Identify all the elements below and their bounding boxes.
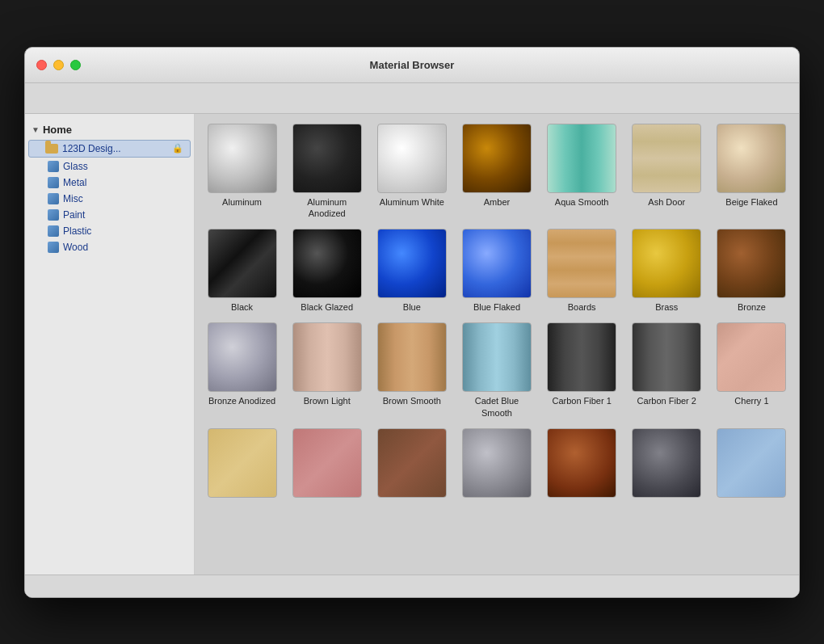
material-cell[interactable]: [456, 425, 537, 504]
material-cell[interactable]: Brown Smooth: [371, 319, 452, 422]
material-thumbnail: [632, 229, 701, 298]
sidebar-item-glass[interactable]: Glass: [25, 158, 194, 175]
material-cell[interactable]: [626, 425, 708, 504]
material-thumbnail: [377, 428, 447, 498]
main-window: Material Browser ▼ Home 123D Desig... 🔒 …: [24, 47, 800, 598]
material-cell[interactable]: [541, 425, 623, 504]
sidebar-home-label: Home: [43, 124, 72, 136]
material-icon: [48, 193, 59, 204]
material-thumbnail: [292, 124, 362, 193]
material-thumbnail: [717, 124, 786, 193]
window-controls: [36, 60, 81, 70]
sidebar-item-plastic[interactable]: Plastic: [25, 223, 194, 239]
lock-icon: 🔒: [172, 143, 183, 154]
material-thumbnail: [632, 322, 701, 392]
material-label: Black: [231, 301, 253, 313]
material-cell[interactable]: Carbon Fiber 2: [626, 319, 708, 422]
material-label: Cherry 1: [734, 395, 768, 406]
material-cell[interactable]: Ash Door: [626, 120, 708, 223]
material-label: Carbon Fiber 1: [552, 395, 611, 406]
chevron-icon: ▼: [32, 125, 40, 134]
material-cell[interactable]: Cherry 1: [711, 319, 792, 422]
sidebar-item-label: Wood: [63, 242, 88, 253]
material-thumbnail: [547, 428, 616, 498]
material-label: Blue Flaked: [473, 301, 520, 313]
sidebar-folder-123d[interactable]: 123D Desig... 🔒: [28, 140, 191, 158]
material-thumbnail: [547, 322, 616, 392]
sidebar-item-metal[interactable]: Metal: [25, 175, 194, 191]
material-thumbnail: [717, 322, 786, 392]
material-label: Bronze Anodized: [208, 395, 275, 406]
material-cell[interactable]: [711, 425, 792, 504]
window-title: Material Browser: [370, 59, 455, 71]
material-label: Aluminum White: [380, 196, 444, 208]
material-label: Aqua Smooth: [555, 196, 609, 208]
material-icon: [48, 225, 59, 237]
material-cell[interactable]: Blue: [371, 225, 452, 316]
main-area: AluminumAluminum AnodizedAluminum WhiteA…: [195, 114, 799, 575]
material-thumbnail: [717, 229, 786, 298]
material-cell[interactable]: Black: [201, 225, 283, 316]
material-cell[interactable]: Brass: [626, 225, 708, 316]
materials-scroll[interactable]: AluminumAluminum AnodizedAluminum WhiteA…: [195, 114, 799, 575]
content-area: ▼ Home 123D Desig... 🔒 Glass Metal Misc: [25, 114, 799, 575]
status-bar: [25, 575, 799, 597]
material-thumbnail: [717, 428, 786, 498]
material-thumbnail: [377, 124, 447, 193]
material-label: Brass: [655, 301, 678, 313]
material-cell[interactable]: Blue Flaked: [456, 225, 537, 316]
sidebar-item-misc[interactable]: Misc: [25, 191, 194, 207]
minimize-button[interactable]: [53, 60, 64, 70]
material-cell[interactable]: Cadet Blue Smooth: [456, 319, 537, 422]
sidebar-item-wood[interactable]: Wood: [25, 239, 194, 255]
sidebar-home[interactable]: ▼ Home: [25, 120, 194, 139]
material-cell[interactable]: Amber: [456, 120, 537, 223]
material-cell[interactable]: Black Glazed: [286, 225, 368, 316]
material-cell[interactable]: Bronze: [711, 225, 792, 316]
maximize-button[interactable]: [70, 60, 81, 70]
material-cell[interactable]: Aluminum White: [371, 120, 452, 223]
material-thumbnail: [292, 229, 362, 298]
material-label: Boards: [568, 301, 596, 313]
material-cell[interactable]: Bronze Anodized: [201, 319, 283, 422]
material-thumbnail: [462, 229, 532, 298]
material-thumbnail: [292, 428, 362, 498]
folder-icon: [45, 144, 58, 154]
sidebar-item-paint[interactable]: Paint: [25, 207, 194, 223]
material-thumbnail: [462, 124, 532, 193]
material-label: Black Glazed: [301, 301, 353, 313]
material-cell[interactable]: [286, 425, 368, 504]
material-icon: [48, 177, 59, 188]
sidebar-item-label: Misc: [63, 193, 83, 204]
material-label: Bronze: [738, 301, 766, 313]
material-thumbnail: [462, 428, 532, 498]
sidebar: ▼ Home 123D Desig... 🔒 Glass Metal Misc: [25, 114, 195, 575]
material-label: Blue: [403, 301, 421, 313]
material-cell[interactable]: [201, 425, 283, 504]
close-button[interactable]: [36, 60, 47, 70]
material-label: Beige Flaked: [725, 196, 777, 208]
material-thumbnail: [547, 124, 616, 193]
material-label: Aluminum Anodized: [289, 196, 364, 220]
material-label: Aluminum: [222, 196, 262, 208]
material-icon: [48, 209, 59, 221]
material-cell[interactable]: Aluminum Anodized: [286, 120, 368, 223]
material-cell[interactable]: Beige Flaked: [711, 120, 792, 223]
material-thumbnail: [377, 322, 447, 392]
sidebar-item-label: Paint: [63, 209, 85, 221]
sidebar-item-label: Glass: [63, 161, 88, 172]
material-label: Brown Light: [304, 395, 351, 406]
material-cell[interactable]: Brown Light: [286, 319, 368, 422]
material-thumbnail: [547, 229, 616, 298]
material-cell[interactable]: Aluminum: [201, 120, 283, 223]
material-cell[interactable]: Carbon Fiber 1: [541, 319, 623, 422]
material-cell[interactable]: Boards: [541, 225, 623, 316]
materials-grid: AluminumAluminum AnodizedAluminum WhiteA…: [201, 120, 792, 504]
material-icon: [48, 242, 59, 253]
material-cell[interactable]: [371, 425, 452, 504]
material-icon: [48, 161, 59, 172]
material-label: Brown Smooth: [383, 395, 441, 406]
material-thumbnail: [632, 428, 701, 498]
material-cell[interactable]: Aqua Smooth: [541, 120, 623, 223]
material-thumbnail: [208, 322, 277, 392]
